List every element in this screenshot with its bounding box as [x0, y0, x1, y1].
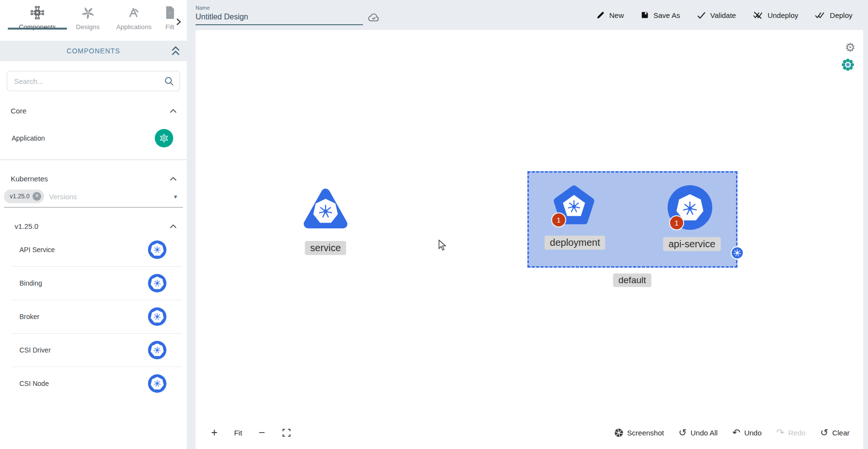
search-input[interactable] — [7, 71, 180, 91]
node-label-deployment[interactable]: deployment — [544, 236, 605, 250]
design-topbar: Name New Save As — [187, 0, 863, 30]
tab-label: Filt — [165, 23, 174, 31]
api-service-count-badge: 1 — [669, 215, 684, 230]
component-label: CSI Node — [19, 380, 49, 387]
meshery-application-icon — [155, 129, 173, 147]
undo-icon: ↶ — [732, 428, 740, 437]
undeploy-crossed-check-icon — [753, 11, 763, 19]
mouse-cursor — [437, 240, 448, 251]
button-label: Save As — [654, 11, 680, 19]
sidebar-tabstrip: Components Designs — [0, 0, 187, 41]
component-item-api-service[interactable]: API Service — [0, 233, 187, 266]
component-item-csi-node[interactable]: CSI Node — [0, 367, 187, 400]
application-a-icon — [128, 4, 140, 21]
screenshot-button[interactable]: Screenshot — [614, 428, 664, 437]
deployment-count-badge: 1 — [551, 212, 566, 227]
deploy-button[interactable]: Deploy — [815, 11, 852, 19]
kubernetes-context-icon[interactable] — [846, 63, 850, 66]
name-field-label: Name — [196, 5, 363, 11]
versions-placeholder: Versions — [49, 192, 174, 201]
undeploy-button[interactable]: Undeploy — [753, 11, 798, 19]
topbar-actions: New Save As Validate — [596, 11, 863, 20]
node-label-service[interactable]: service — [305, 241, 346, 255]
zoom-out-button[interactable]: − — [259, 427, 265, 438]
component-item-csi-driver[interactable]: CSI Driver — [0, 334, 187, 367]
kubernetes-icon — [148, 374, 166, 393]
group-kubernetes-badge-icon[interactable] — [731, 246, 744, 259]
clear-button[interactable]: ↺ Clear — [820, 428, 850, 437]
zoom-in-button[interactable]: + — [211, 427, 217, 438]
canvas-toolbar: + Fit − — [196, 423, 863, 442]
check-icon — [697, 11, 706, 19]
dropdown-arrow-icon[interactable]: ▾ — [174, 193, 177, 200]
redo-button[interactable]: ↷ Redo — [776, 428, 806, 437]
tab-applications[interactable]: Applications — [109, 0, 159, 31]
undo-all-button[interactable]: ↺ Undo All — [678, 428, 718, 437]
button-label: Validate — [710, 11, 736, 19]
button-label: Undeploy — [768, 11, 798, 19]
clear-icon: ↺ — [820, 428, 828, 437]
tab-components[interactable]: Components — [8, 0, 67, 31]
fullscreen-button[interactable] — [282, 428, 291, 437]
button-label: Deploy — [830, 11, 852, 19]
component-item-broker[interactable]: Broker — [0, 300, 187, 333]
design-name-input[interactable] — [196, 12, 363, 25]
button-label: Screenshot — [627, 429, 664, 437]
component-label: API Service — [19, 246, 55, 254]
kubernetes-icon — [148, 274, 166, 292]
chevron-up-icon — [169, 176, 177, 181]
component-label: Broker — [19, 313, 39, 321]
component-sidebar: Components Designs — [0, 0, 187, 449]
pencil-icon — [596, 11, 605, 20]
section-core[interactable]: Core — [0, 107, 187, 115]
section-kubernetes[interactable]: Kubernetes — [0, 175, 187, 183]
namespace-label-default[interactable]: default — [613, 273, 651, 287]
component-item-binding[interactable]: Binding — [0, 267, 187, 300]
section-divider — [0, 160, 187, 160]
chip-remove-icon[interactable]: × — [33, 192, 41, 201]
button-label: Undo All — [690, 429, 718, 437]
section-title: v1.25.0 — [15, 222, 38, 230]
kubernetes-icon — [148, 341, 166, 359]
components-panel-header: COMPONENTS — [0, 41, 187, 61]
chevron-up-icon — [169, 224, 177, 229]
button-label: Undo — [744, 429, 762, 437]
undo-all-icon: ↺ — [678, 428, 687, 437]
double-check-icon — [815, 11, 825, 19]
new-button[interactable]: New — [596, 11, 624, 20]
component-item-application[interactable]: Application — [0, 128, 187, 149]
tab-designs[interactable]: Designs — [67, 0, 109, 31]
redo-icon: ↷ — [776, 428, 785, 437]
floppy-save-icon — [640, 11, 649, 19]
tabs-scroll-right-icon[interactable] — [174, 17, 183, 26]
design-canvas[interactable]: ⚙ service 1 deployment 1 api-service def… — [196, 30, 863, 449]
node-service[interactable] — [301, 184, 350, 233]
validate-button[interactable]: Validate — [697, 11, 736, 19]
tab-label: Designs — [76, 23, 100, 31]
save-as-button[interactable]: Save As — [640, 11, 680, 19]
component-search — [7, 71, 180, 91]
section-title: Core — [11, 107, 27, 115]
chip-icon — [30, 4, 45, 21]
node-label-api-service[interactable]: api-service — [663, 237, 721, 251]
section-title: Kubernetes — [11, 175, 48, 183]
history-controls: Screenshot ↺ Undo All ↶ Undo ↷ Redo ↺ Cl… — [614, 428, 850, 437]
zoom-controls: + Fit − — [211, 427, 291, 438]
canvas-settings-gear-icon[interactable]: ⚙ — [845, 41, 855, 54]
collapse-panel-icon[interactable] — [170, 45, 181, 57]
active-tab-indicator — [8, 28, 67, 30]
component-label: Application — [12, 134, 45, 142]
fit-button[interactable]: Fit — [234, 429, 242, 437]
page-scrollbar[interactable] — [863, 0, 868, 449]
version-chip[interactable]: v1.25.0 × — [4, 190, 44, 203]
version-chip-label: v1.25.0 — [10, 193, 30, 200]
kubernetes-icon — [148, 307, 166, 326]
undo-button[interactable]: ↶ Undo — [732, 428, 762, 437]
search-icon[interactable] — [164, 76, 174, 86]
design-name-field: Name — [196, 5, 363, 25]
cloud-saved-icon — [368, 12, 380, 23]
component-label: CSI Driver — [19, 346, 51, 354]
chevron-up-icon — [169, 109, 177, 113]
versions-select[interactable]: v1.25.0 × Versions ▾ — [4, 188, 183, 208]
section-version[interactable]: v1.25.0 — [0, 222, 187, 230]
